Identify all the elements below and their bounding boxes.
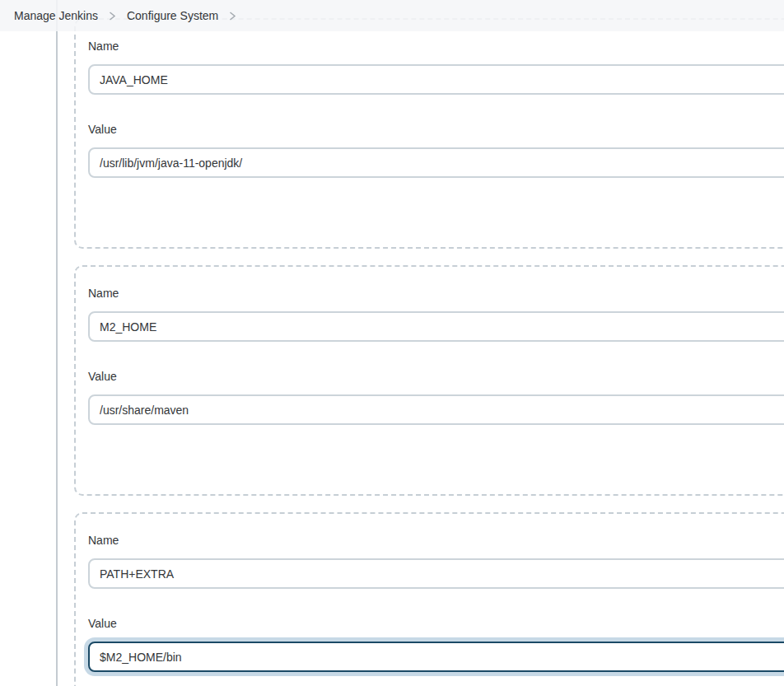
chevron-right-icon <box>229 12 236 21</box>
name-input[interactable] <box>88 558 784 589</box>
environment-variables-list: Name Value Name Value Name Value <box>74 18 784 686</box>
breadcrumb-item-configure-system[interactable]: Configure System <box>127 9 218 22</box>
breadcrumb-item-manage-jenkins[interactable]: Manage Jenkins <box>14 9 98 22</box>
value-input[interactable] <box>88 394 784 425</box>
breadcrumb: Manage Jenkins Configure System <box>0 0 784 31</box>
value-label: Value <box>88 370 784 384</box>
value-label: Value <box>88 617 784 631</box>
env-var-block: Name Value <box>74 18 784 249</box>
chevron-right-icon <box>109 12 116 21</box>
name-input[interactable] <box>88 311 784 342</box>
env-var-block: Name Value <box>74 265 784 496</box>
env-var-block: Name Value <box>74 512 784 686</box>
value-label: Value <box>88 123 784 137</box>
name-label: Name <box>88 40 784 54</box>
name-label: Name <box>88 287 784 301</box>
value-input[interactable] <box>88 147 784 178</box>
form-section-divider <box>56 0 58 686</box>
value-input-focused[interactable] <box>88 642 784 672</box>
name-input[interactable] <box>88 64 784 95</box>
name-label: Name <box>88 534 784 548</box>
